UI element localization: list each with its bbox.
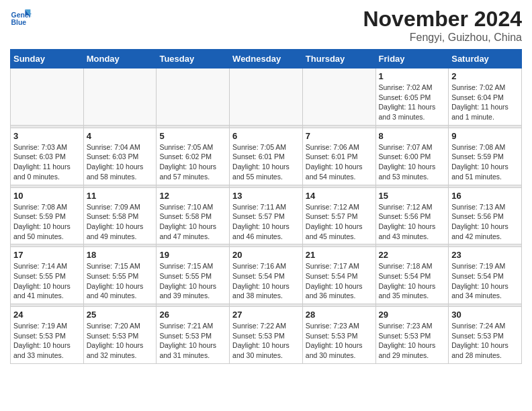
day-info: Sunrise: 7:12 AM Sunset: 5:57 PM Dayligh… — [306, 202, 373, 242]
calendar-cell: 3Sunrise: 7:03 AM Sunset: 6:03 PM Daylig… — [11, 128, 84, 185]
calendar-cell: 9Sunrise: 7:08 AM Sunset: 5:59 PM Daylig… — [449, 128, 522, 185]
day-number: 2 — [451, 71, 519, 81]
day-number: 29 — [379, 310, 446, 320]
day-info: Sunrise: 7:22 AM Sunset: 5:53 PM Dayligh… — [232, 321, 300, 361]
calendar-header-row: SundayMondayTuesdayWednesdayThursdayFrid… — [11, 50, 522, 68]
calendar-cell — [230, 68, 303, 126]
calendar-cell: 24Sunrise: 7:19 AM Sunset: 5:53 PM Dayli… — [11, 307, 84, 364]
calendar-cell: 12Sunrise: 7:10 AM Sunset: 5:58 PM Dayli… — [157, 187, 230, 244]
day-header-wednesday: Wednesday — [230, 50, 303, 68]
day-info: Sunrise: 7:08 AM Sunset: 5:59 PM Dayligh… — [13, 202, 81, 242]
day-number: 21 — [306, 250, 373, 260]
calendar-cell: 2Sunrise: 7:02 AM Sunset: 6:04 PM Daylig… — [449, 68, 522, 126]
calendar-cell: 1Sunrise: 7:02 AM Sunset: 6:05 PM Daylig… — [375, 68, 449, 126]
day-number: 8 — [379, 131, 446, 141]
day-number: 14 — [306, 191, 373, 201]
day-number: 17 — [13, 250, 81, 260]
day-info: Sunrise: 7:24 AM Sunset: 5:53 PM Dayligh… — [451, 321, 519, 361]
day-number: 24 — [13, 310, 81, 320]
day-number: 5 — [159, 131, 226, 141]
calendar-week-2: 3Sunrise: 7:03 AM Sunset: 6:03 PM Daylig… — [11, 128, 522, 185]
calendar: SundayMondayTuesdayWednesdayThursdayFrid… — [10, 49, 522, 364]
day-info: Sunrise: 7:02 AM Sunset: 6:04 PM Dayligh… — [451, 83, 519, 122]
day-header-tuesday: Tuesday — [157, 50, 230, 68]
day-info: Sunrise: 7:11 AM Sunset: 5:57 PM Dayligh… — [232, 202, 300, 242]
calendar-cell: 18Sunrise: 7:15 AM Sunset: 5:55 PM Dayli… — [83, 247, 157, 304]
day-info: Sunrise: 7:18 AM Sunset: 5:54 PM Dayligh… — [379, 261, 446, 301]
calendar-cell: 19Sunrise: 7:15 AM Sunset: 5:55 PM Dayli… — [157, 247, 230, 304]
day-number: 22 — [379, 250, 446, 260]
day-header-saturday: Saturday — [449, 50, 522, 68]
day-info: Sunrise: 7:17 AM Sunset: 5:54 PM Dayligh… — [306, 261, 373, 301]
calendar-cell — [302, 68, 375, 126]
svg-text:Blue: Blue — [11, 19, 27, 26]
calendar-cell: 21Sunrise: 7:17 AM Sunset: 5:54 PM Dayli… — [302, 247, 375, 304]
calendar-cell: 5Sunrise: 7:05 AM Sunset: 6:02 PM Daylig… — [157, 128, 230, 185]
day-number: 26 — [159, 310, 226, 320]
calendar-week-3: 10Sunrise: 7:08 AM Sunset: 5:59 PM Dayli… — [11, 187, 522, 244]
day-info: Sunrise: 7:10 AM Sunset: 5:58 PM Dayligh… — [159, 202, 226, 242]
day-number: 15 — [379, 191, 446, 201]
day-info: Sunrise: 7:15 AM Sunset: 5:55 PM Dayligh… — [87, 261, 154, 301]
day-info: Sunrise: 7:23 AM Sunset: 5:53 PM Dayligh… — [306, 321, 373, 361]
day-number: 7 — [306, 131, 373, 141]
day-info: Sunrise: 7:07 AM Sunset: 6:00 PM Dayligh… — [379, 142, 446, 182]
calendar-cell: 16Sunrise: 7:13 AM Sunset: 5:56 PM Dayli… — [449, 187, 522, 244]
calendar-cell: 17Sunrise: 7:14 AM Sunset: 5:55 PM Dayli… — [11, 247, 84, 304]
day-info: Sunrise: 7:05 AM Sunset: 6:01 PM Dayligh… — [232, 142, 300, 182]
day-number: 13 — [232, 191, 300, 201]
day-number: 3 — [13, 131, 81, 141]
logo-icon: General Blue — [10, 7, 32, 28]
day-info: Sunrise: 7:08 AM Sunset: 5:59 PM Dayligh… — [451, 142, 519, 182]
day-number: 19 — [159, 250, 226, 260]
day-header-friday: Friday — [375, 50, 449, 68]
calendar-cell — [83, 68, 157, 126]
day-number: 18 — [87, 250, 154, 260]
calendar-week-5: 24Sunrise: 7:19 AM Sunset: 5:53 PM Dayli… — [11, 307, 522, 364]
day-info: Sunrise: 7:09 AM Sunset: 5:58 PM Dayligh… — [87, 202, 154, 242]
day-info: Sunrise: 7:23 AM Sunset: 5:53 PM Dayligh… — [379, 321, 446, 361]
day-number: 16 — [451, 191, 519, 201]
day-info: Sunrise: 7:19 AM Sunset: 5:53 PM Dayligh… — [13, 321, 81, 361]
calendar-cell: 13Sunrise: 7:11 AM Sunset: 5:57 PM Dayli… — [230, 187, 303, 244]
calendar-cell: 8Sunrise: 7:07 AM Sunset: 6:00 PM Daylig… — [375, 128, 449, 185]
calendar-cell: 25Sunrise: 7:20 AM Sunset: 5:53 PM Dayli… — [83, 307, 157, 364]
calendar-cell: 23Sunrise: 7:19 AM Sunset: 5:54 PM Dayli… — [449, 247, 522, 304]
day-number: 28 — [306, 310, 373, 320]
day-info: Sunrise: 7:19 AM Sunset: 5:54 PM Dayligh… — [451, 261, 519, 301]
day-info: Sunrise: 7:14 AM Sunset: 5:55 PM Dayligh… — [13, 261, 81, 301]
day-info: Sunrise: 7:02 AM Sunset: 6:05 PM Dayligh… — [379, 83, 446, 122]
day-number: 27 — [232, 310, 300, 320]
calendar-cell: 22Sunrise: 7:18 AM Sunset: 5:54 PM Dayli… — [375, 247, 449, 304]
calendar-cell: 15Sunrise: 7:12 AM Sunset: 5:56 PM Dayli… — [375, 187, 449, 244]
location-title: Fengyi, Guizhou, China — [363, 32, 522, 44]
day-info: Sunrise: 7:12 AM Sunset: 5:56 PM Dayligh… — [379, 202, 446, 242]
day-number: 4 — [87, 131, 154, 141]
title-block: November 2024 Fengyi, Guizhou, China — [363, 7, 522, 44]
logo: General Blue — [10, 7, 32, 28]
day-number: 6 — [232, 131, 300, 141]
calendar-cell: 14Sunrise: 7:12 AM Sunset: 5:57 PM Dayli… — [302, 187, 375, 244]
day-number: 9 — [451, 131, 519, 141]
calendar-cell: 11Sunrise: 7:09 AM Sunset: 5:58 PM Dayli… — [83, 187, 157, 244]
calendar-cell: 30Sunrise: 7:24 AM Sunset: 5:53 PM Dayli… — [449, 307, 522, 364]
day-info: Sunrise: 7:21 AM Sunset: 5:53 PM Dayligh… — [159, 321, 226, 361]
page-header: General Blue November 2024 Fengyi, Guizh… — [10, 7, 522, 44]
day-number: 30 — [451, 310, 519, 320]
day-header-thursday: Thursday — [302, 50, 375, 68]
day-info: Sunrise: 7:15 AM Sunset: 5:55 PM Dayligh… — [159, 261, 226, 301]
day-info: Sunrise: 7:06 AM Sunset: 6:01 PM Dayligh… — [306, 142, 373, 182]
day-number: 12 — [159, 191, 226, 201]
calendar-cell: 6Sunrise: 7:05 AM Sunset: 6:01 PM Daylig… — [230, 128, 303, 185]
calendar-week-4: 17Sunrise: 7:14 AM Sunset: 5:55 PM Dayli… — [11, 247, 522, 304]
day-number: 11 — [87, 191, 154, 201]
calendar-cell — [157, 68, 230, 126]
day-info: Sunrise: 7:05 AM Sunset: 6:02 PM Dayligh… — [159, 142, 226, 182]
calendar-cell: 7Sunrise: 7:06 AM Sunset: 6:01 PM Daylig… — [302, 128, 375, 185]
day-number: 20 — [232, 250, 300, 260]
calendar-cell: 4Sunrise: 7:04 AM Sunset: 6:03 PM Daylig… — [83, 128, 157, 185]
day-number: 23 — [451, 250, 519, 260]
calendar-cell — [11, 68, 84, 126]
day-info: Sunrise: 7:16 AM Sunset: 5:54 PM Dayligh… — [232, 261, 300, 301]
calendar-cell: 27Sunrise: 7:22 AM Sunset: 5:53 PM Dayli… — [230, 307, 303, 364]
